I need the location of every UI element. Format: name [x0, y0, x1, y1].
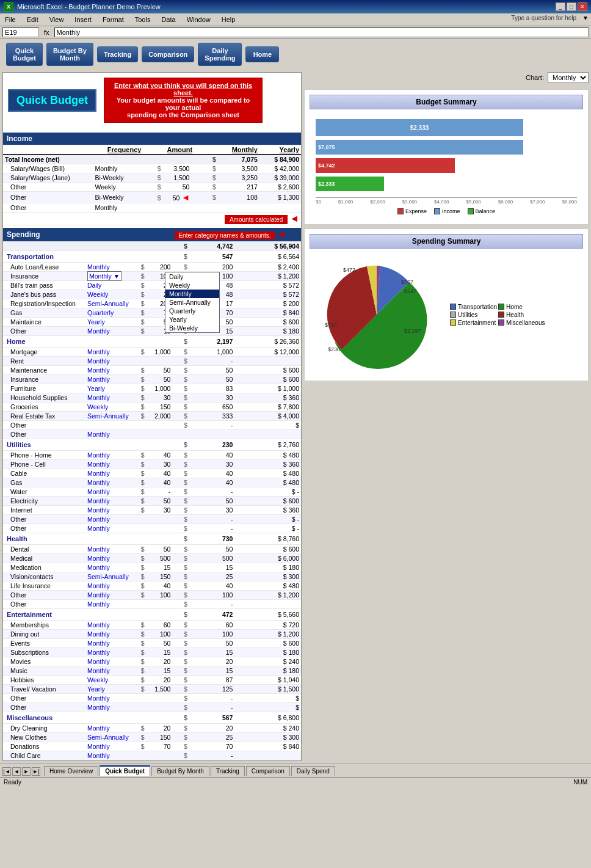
total-income-label: Total Income (net): [3, 155, 93, 164]
home-legend-dot: [498, 304, 504, 310]
expense-row: Other Monthly $ - $: [3, 703, 301, 712]
expense-row: Movies Monthly $ $ 20 $ 240: [3, 657, 301, 666]
sheet-panel: Quick Budget Enter what you think you wi…: [2, 72, 302, 761]
menu-insert[interactable]: Insert: [72, 15, 94, 24]
health-monthly: 730: [189, 533, 235, 545]
spending-badge: Enter category names & amounts.: [175, 232, 274, 239]
expense-row: Household Supplies Monthly $ $ 30 $ 360: [3, 393, 301, 403]
tab-tracking[interactable]: Tracking: [211, 766, 245, 776]
menu-view[interactable]: View: [47, 15, 67, 24]
expense-row: Groceries Weekly $ $ 650 $ 7,800: [3, 403, 301, 412]
sheet-header: Quick Budget Enter what you think you wi…: [3, 73, 301, 130]
tab-nav-prev[interactable]: ◄: [12, 767, 21, 776]
expense-row: Rent Monthly $ -: [3, 357, 301, 366]
tab-budget-by-month[interactable]: Budget By Month: [151, 766, 209, 776]
total-spending-row: $ 4,742 $ 56,904: [3, 242, 301, 251]
expense-row: Maintenance Monthly $ $ 50 $ 600: [3, 366, 301, 375]
health-pie-label: $730: [325, 322, 337, 328]
expense-row: Dining out Monthly $ $ 100 $ 1,200: [3, 630, 301, 639]
income-freq[interactable]: [93, 173, 156, 183]
utilities-legend-dot: [450, 312, 456, 318]
miscellaneous-yearly: $ 6,800: [234, 712, 301, 724]
expense-legend-dot: [397, 208, 404, 214]
income-bar: $2,333: [316, 119, 523, 136]
expense-row: Real Estate Tax Semi-Annually $ $ 333 $ …: [3, 412, 301, 421]
income-freq[interactable]: [93, 164, 156, 173]
income-bar-full: $7,075: [316, 140, 523, 155]
col-frequency: Frequency: [93, 145, 156, 155]
menu-edit[interactable]: Edit: [24, 15, 41, 24]
window-controls[interactable]: _ □ ✕: [556, 2, 587, 11]
expense-row: Other $ - $: [3, 421, 301, 430]
expense-row: Gas Monthly $ $ 40 $ 480: [3, 478, 301, 487]
close-button[interactable]: ✕: [578, 2, 587, 11]
tab-navigation[interactable]: |◄ ◄ ► ►|: [2, 767, 40, 776]
dropdown-daily[interactable]: Daily: [165, 272, 219, 281]
fx-label: fx: [42, 29, 52, 36]
menu-file[interactable]: File: [2, 15, 18, 24]
dropdown-semi-annually[interactable]: Semi-Annually: [165, 298, 219, 307]
daily-spending-button[interactable]: Daily Spending: [198, 43, 242, 66]
home-button[interactable]: Home: [245, 46, 279, 62]
dropdown-yearly[interactable]: Yearly: [165, 315, 219, 324]
expense-row: Phone - Cell Monthly $ $ 30 $ 360: [3, 460, 301, 469]
amounts-calculated-badge: Amounts calculated: [225, 215, 288, 224]
dropdown-weekly[interactable]: Weekly: [165, 281, 219, 290]
formula-input[interactable]: [54, 27, 589, 37]
income-amount[interactable]: $: [156, 183, 204, 192]
legend-miscellaneous: Miscellaneous: [498, 319, 545, 326]
bar-chart-area: $7,075 $4,742 $2,333: [316, 140, 577, 195]
chart-select[interactable]: Monthly Yearly: [548, 72, 589, 83]
tracking-button[interactable]: Tracking: [97, 46, 138, 62]
home-legend-label: Home: [506, 304, 523, 310]
income-amount[interactable]: $: [156, 173, 204, 183]
menu-data[interactable]: Data: [159, 15, 178, 24]
tab-nav-next[interactable]: ►: [22, 767, 31, 776]
dropdown-monthly-selected[interactable]: Monthly: [165, 290, 219, 298]
income-freq[interactable]: [93, 203, 156, 213]
cell-reference[interactable]: [2, 27, 39, 37]
income-section-header: Income: [3, 133, 301, 145]
expense-row: Water Monthly $ $ - $ -: [3, 487, 301, 497]
income-freq[interactable]: [93, 183, 156, 192]
income-bar-row: $2,333: [316, 119, 577, 136]
tab-comparison[interactable]: Comparison: [246, 766, 290, 776]
tab-nav-last[interactable]: ►|: [32, 767, 40, 776]
income-freq[interactable]: [93, 192, 156, 203]
menu-tools[interactable]: Tools: [132, 15, 153, 24]
frequency-dropdown[interactable]: Daily Weekly Monthly Semi-Annually Quart…: [165, 272, 220, 333]
formula-bar: fx: [0, 26, 591, 39]
quick-budget-button[interactable]: Quick Budget: [6, 43, 43, 66]
tab-nav-first[interactable]: |◄: [2, 767, 11, 776]
tab-daily-spend[interactable]: Daily Spend: [291, 766, 335, 776]
expense-row: Vision/contacts Semi-Annually $ $ 25 $ 3…: [3, 572, 301, 582]
comparison-button[interactable]: Comparison: [142, 46, 194, 62]
maximize-button[interactable]: □: [567, 2, 576, 11]
tab-quick-budget[interactable]: Quick Budget: [100, 765, 150, 776]
menu-format[interactable]: Format: [100, 15, 126, 24]
dropdown-bi-weekly[interactable]: Bi-Weekly: [165, 324, 219, 332]
expense-row: Hobbies Weekly $ $ 87 $ 1,040: [3, 676, 301, 685]
legend-health: Health: [498, 312, 545, 318]
income-amount[interactable]: $ ◄: [156, 192, 204, 203]
instruction-line1: Enter what you think you will spend on t…: [111, 82, 256, 97]
transportation-legend-label: Transportation: [458, 304, 497, 310]
expense-row: Medication Monthly $ $ 15 $ 180: [3, 563, 301, 572]
expense-row: Dental Monthly $ $ 50 $ 600: [3, 545, 301, 554]
income-monthly: 3,500: [218, 164, 259, 173]
health-legend-dot: [498, 312, 504, 318]
spending-pie-chart: $567 $547 $2,197 $230 $730 $472: [310, 253, 444, 376]
income-amount[interactable]: $: [156, 164, 204, 173]
expense-row: Music Monthly $ $ 15 $ 180: [3, 666, 301, 676]
tab-home-overview[interactable]: Home Overview: [44, 766, 98, 776]
minimize-button[interactable]: _: [556, 2, 565, 11]
dropdown-quarterly[interactable]: Quarterly: [165, 307, 219, 315]
transportation-val-label: $547: [404, 288, 416, 294]
budget-by-month-button[interactable]: Budget By Month: [46, 43, 93, 66]
miscellaneous-legend-dot: [498, 319, 504, 326]
menu-help[interactable]: Help: [219, 15, 238, 24]
legend-balance: Balance: [468, 208, 496, 214]
expense-bar: $4,742: [316, 158, 455, 173]
balance-legend-label: Balance: [476, 208, 496, 214]
menu-window[interactable]: Window: [184, 15, 213, 24]
